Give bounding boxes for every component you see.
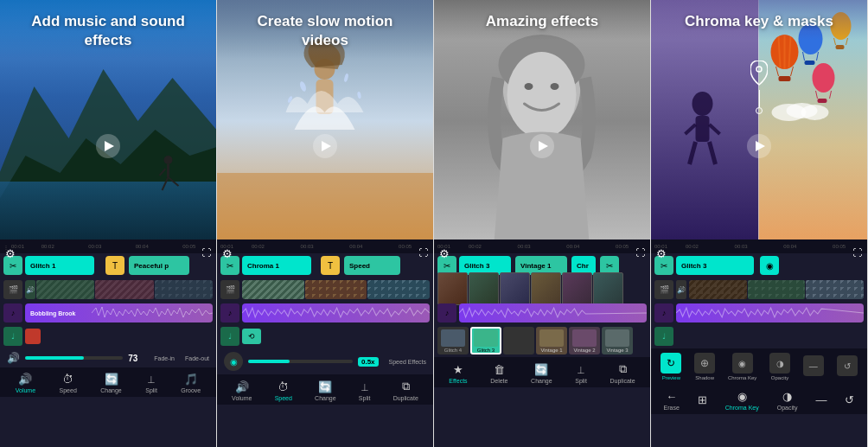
thumb-glitch4[interactable]: Glitch 4 <box>437 327 469 354</box>
audio-waveform-3[interactable] <box>459 303 647 322</box>
toolbar-grid-4[interactable]: ⊞ <box>698 393 707 408</box>
card-2-play-triangle <box>322 141 331 151</box>
tb2-change-label: Change <box>315 395 336 401</box>
video-strip-3 <box>437 272 647 307</box>
card-3-play-button[interactable] <box>530 134 554 158</box>
toolbar-groove-1[interactable]: 🎵 Groove <box>181 373 201 393</box>
clip-glitch1[interactable]: Glitch 1 <box>25 256 94 275</box>
video-track-icon: 🎬 <box>3 280 22 299</box>
card-4-fullscreen-icon[interactable]: ⛶ <box>852 247 862 258</box>
svg-rect-3 <box>0 182 216 242</box>
toolbar-duplicate-2[interactable]: ⧉ Duplicate <box>393 380 418 401</box>
svg-rect-46 <box>836 45 845 49</box>
toolbar-delete-3[interactable]: 🗑 Delete <box>490 363 507 384</box>
toolbar-split-3[interactable]: ⟂ Split <box>575 363 587 384</box>
card-2-fullscreen-icon[interactable]: ⛶ <box>418 247 428 258</box>
card-2-play-button[interactable] <box>313 134 337 158</box>
card-4-settings-icon[interactable]: ⚙ <box>656 247 667 260</box>
svg-rect-27 <box>696 116 710 142</box>
clip-glitch3-4[interactable]: Glitch 3 <box>676 256 754 275</box>
video-track-4: 🎬 🔊 <box>651 278 867 302</box>
play-triangle-icon <box>105 141 114 151</box>
tb2-dup-label: Duplicate <box>393 395 418 401</box>
card-2-music-icon: ♩ <box>220 327 239 346</box>
toolbar-chroma-4[interactable]: ◉ Chroma Key <box>725 390 759 411</box>
volume-slider-1[interactable] <box>25 356 123 360</box>
toolbar-reset-4[interactable]: ↺ <box>845 393 854 408</box>
chroma-reset-btn[interactable]: ↺ <box>837 355 858 378</box>
card-2-speed-icon[interactable]: ⟲ <box>242 329 261 344</box>
fullscreen-icon[interactable]: ⛶ <box>201 247 211 258</box>
card-3-fullscreen-icon[interactable]: ⛶ <box>635 247 645 258</box>
card-1-play-button[interactable] <box>96 134 120 158</box>
thumb-vintage3[interactable]: Vintage 3 <box>602 327 633 354</box>
text-icon[interactable]: T <box>105 256 124 275</box>
time-ruler-1: ⋮ 00:01 00:02 00:03 00:04 00:05 <box>0 239 216 253</box>
toolbar-speed-icon: ⏱ <box>62 373 73 386</box>
chroma-add-btn[interactable]: ⊕ Shadow <box>694 353 715 380</box>
clip-speed[interactable]: Speed <box>344 256 400 275</box>
toolbar-change-1[interactable]: 🔄 Change <box>100 373 122 393</box>
card-2-text-icon[interactable]: T <box>321 256 340 275</box>
chroma-pin-dot <box>756 107 763 114</box>
svg-point-20 <box>507 52 577 138</box>
card-3-editor: 00:01 00:02 00:03 00:04 00:05 ✂ Glitch 3… <box>434 239 650 447</box>
speed-dial-icon[interactable]: ◉ <box>224 352 243 371</box>
effects-track-1: ✂ Glitch 1 T Peaceful p <box>0 253 216 278</box>
card-3-settings-icon[interactable]: ⚙ <box>439 247 450 260</box>
beat-marker <box>25 329 41 344</box>
card-2-settings-icon[interactable]: ⚙ <box>222 247 233 260</box>
tb2-volume-icon: 🔊 <box>235 380 249 393</box>
card-4-title: Chroma key & masks <box>651 0 867 40</box>
svg-point-22 <box>551 83 559 90</box>
toolbar-back-4[interactable]: ← Erase <box>664 390 680 411</box>
toolbar-change-3[interactable]: 🔄 Change <box>531 363 552 384</box>
audio-waveform-4[interactable] <box>676 303 864 322</box>
audio-icon: ♪ <box>3 303 22 322</box>
music-note-icon: ♩ <box>3 327 22 346</box>
tb3-delete-icon: 🗑 <box>494 363 505 376</box>
tb3-split-icon: ⟂ <box>578 363 584 376</box>
svg-point-4 <box>164 156 173 164</box>
fade-in-label[interactable]: Fade-in <box>154 355 175 361</box>
settings-icon[interactable]: ⚙ <box>5 247 16 260</box>
music-track-4: ♩ <box>651 324 867 348</box>
toolbar-volume-1[interactable]: 🔊 Volume <box>16 373 35 393</box>
toolbar-dup-3[interactable]: ⧉ Duplicate <box>610 362 635 384</box>
chroma-line-btn[interactable]: — <box>803 355 824 378</box>
speed-slider-2[interactable] <box>248 360 353 363</box>
toolbar-speed-1[interactable]: ⏱ Speed <box>60 373 77 393</box>
toolbar-speed-2[interactable]: ⏱ Speed <box>275 380 292 401</box>
clip-chroma1[interactable]: Chroma 1 <box>242 256 311 275</box>
thumb-vintage1[interactable]: Vintage 1 <box>536 327 567 354</box>
clip-peaceful[interactable]: Peaceful p <box>129 256 189 275</box>
video-strip-1: 🔊 <box>25 280 213 299</box>
effects-track-4: ✂ Glitch 3 ◉ <box>651 253 867 278</box>
toolbar-split-1[interactable]: ⟂ Split <box>145 373 157 393</box>
svg-point-53 <box>801 105 829 120</box>
chroma-key-btn[interactable]: ◉ Chroma Key <box>728 353 756 380</box>
thumb-vintage2[interactable]: Vintage 2 <box>569 327 600 354</box>
chroma-opacity-btn[interactable]: ◑ Opacity <box>769 353 790 380</box>
audio-waveform-1[interactable]: Bobbling Brook <box>25 303 213 322</box>
card-4-mask-icon[interactable]: ◉ <box>760 256 779 275</box>
toolbar-change-2[interactable]: 🔄 Change <box>315 380 336 401</box>
chroma-erase-btn[interactable]: ↻ Preview <box>661 353 681 380</box>
tb2-dup-icon: ⧉ <box>402 380 410 393</box>
toolbar-volume-2[interactable]: 🔊 Volume <box>232 380 252 401</box>
fade-out-label[interactable]: Fade-out <box>185 355 209 361</box>
card-4-play-button[interactable] <box>747 134 771 158</box>
thumb-glitch3[interactable]: Glitch 3 <box>470 327 501 354</box>
toolbar-fade-4[interactable]: — <box>815 393 827 408</box>
speed-effects-label[interactable]: Speed Effects <box>389 359 426 365</box>
toolbar-effects-3[interactable]: ★ Effects <box>449 363 467 384</box>
svg-point-26 <box>692 92 713 116</box>
audio-waveform-2[interactable] <box>242 303 430 322</box>
bottom-toolbar-1: 🔊 Volume ⏱ Speed 🔄 Change ⟂ Split 🎵 Groo… <box>0 367 216 397</box>
effects-track-2: ✂ Chroma 1 T Speed <box>217 253 433 278</box>
toolbar-split-label: Split <box>145 387 157 393</box>
toolbar-opacity-4[interactable]: ◑ Opacity <box>777 390 798 411</box>
toolbar-split-2[interactable]: ⟂ Split <box>359 380 371 401</box>
music-track-2: ♩ ⟲ <box>217 324 433 348</box>
card-3-audio-icon: ♪ <box>437 303 456 322</box>
